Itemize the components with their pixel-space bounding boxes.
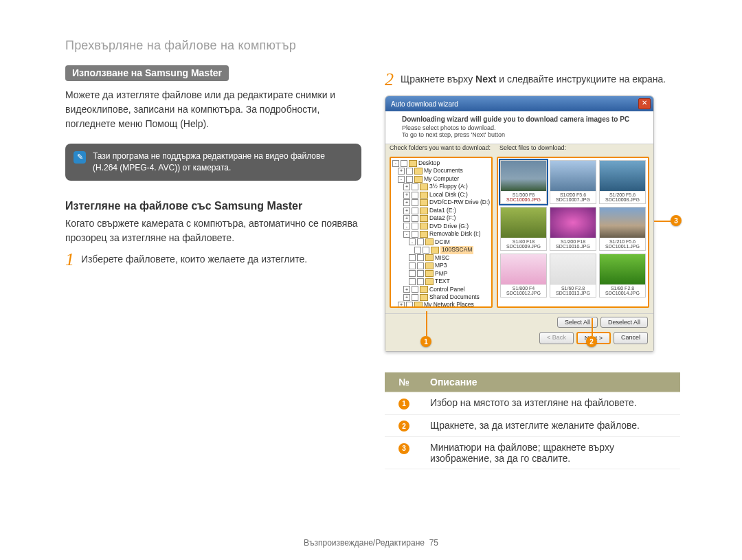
checkbox-icon[interactable] <box>406 168 413 175</box>
page-title: Прехвърляне на файлове на компютър <box>65 38 680 53</box>
checkbox-icon[interactable] <box>412 286 418 293</box>
checkbox-icon[interactable] <box>412 199 418 206</box>
expand-icon[interactable]: + <box>403 183 410 190</box>
thumbnail[interactable]: S1/200 F5.6SDC10007.JPG <box>550 160 596 204</box>
tree-item[interactable]: -DVD Drive (G:) <box>392 223 490 230</box>
checkbox-icon[interactable] <box>423 247 429 254</box>
tree-item[interactable]: MP3 <box>392 262 490 269</box>
tree-item[interactable]: +Data1 (E:) <box>392 207 490 214</box>
thumbnail[interactable]: S1/800 F4SDC10012.JPG <box>500 254 547 298</box>
thumbnail[interactable]: S1/300 F8SDC10006.JPG <box>500 160 547 204</box>
tree-item[interactable]: -DCIM <box>392 238 490 246</box>
expand-icon[interactable]: + <box>398 302 405 308</box>
tree-item[interactable]: MISC <box>392 254 490 262</box>
folder-icon <box>409 160 417 167</box>
cancel-button[interactable]: Cancel <box>614 332 648 344</box>
back-button[interactable]: < Back <box>539 332 574 344</box>
close-icon[interactable]: ✕ <box>638 98 651 109</box>
tree-item[interactable]: +Local Disk (C:) <box>392 191 490 199</box>
tree-item[interactable]: +DVD/CD-RW Drive (D:) <box>392 199 490 206</box>
tree-item[interactable]: +My Documents <box>392 167 490 175</box>
expand-icon[interactable]: - <box>403 231 410 238</box>
folder-tree[interactable]: -Desktop+My Documents-My Computer+3½ Flo… <box>390 157 493 308</box>
tree-item[interactable]: -Removable Disk (I:) <box>392 230 490 238</box>
note-icon: ✎ <box>74 151 86 164</box>
expand-icon[interactable]: + <box>403 294 410 301</box>
tree-item[interactable]: -Desktop <box>392 159 490 167</box>
thumbnail[interactable]: S1/200 F18SDC10010.JPG <box>550 207 596 251</box>
row-number-badge: 3 <box>398 443 409 454</box>
thumbnail[interactable]: S1/60 F2.8SDC10013.JPG <box>550 254 596 298</box>
expand-icon[interactable]: + <box>403 199 410 206</box>
checkbox-icon[interactable] <box>417 238 424 245</box>
table-row: 1Избор на мястото за изтегляне на файлов… <box>385 392 680 415</box>
expand-icon[interactable]: + <box>403 286 410 293</box>
tree-item-label: 100SSCAM <box>440 246 473 254</box>
checkbox-icon[interactable] <box>412 294 418 301</box>
deselect-all-button[interactable]: Deselect All <box>600 317 648 328</box>
checkbox-icon[interactable] <box>417 270 424 277</box>
folder-icon <box>420 208 428 214</box>
expand-icon[interactable] <box>409 270 416 277</box>
callout-2: 2 <box>586 336 597 347</box>
expand-icon[interactable]: - <box>398 176 405 183</box>
expand-icon[interactable] <box>414 247 421 254</box>
row-description: Щракнете, за да изтеглите желаните файло… <box>423 414 680 437</box>
tree-item[interactable]: +Shared Documents <box>392 293 490 301</box>
thumbnail[interactable]: S1/210 F5.6SDC10011.JPG <box>599 207 646 251</box>
thumbnail-meta: S1/60 F2.8SDC10013.JPG <box>550 285 596 297</box>
thumbnail-grid[interactable]: S1/300 F8SDC10006.JPGS1/200 F5.6SDC10007… <box>497 157 649 308</box>
thumbnail-meta: S1/300 F8SDC10006.JPG <box>501 192 546 203</box>
checkbox-icon[interactable] <box>412 223 418 229</box>
intro-paragraph: Можете да изтегляте файлове или да редак… <box>65 88 361 131</box>
tree-item[interactable]: +Data2 (F:) <box>392 214 490 222</box>
checkbox-icon[interactable] <box>417 262 424 269</box>
thumbnail-image <box>501 161 546 192</box>
thumbnail[interactable]: S1/200 F5.6SDC10008.JPG <box>599 160 646 204</box>
step-text: Щракнете върху Next и следвайте инструкц… <box>401 72 666 87</box>
callout-lead <box>592 318 593 336</box>
thumbnail-image <box>600 208 645 238</box>
page-footer: Възпроизвеждане/Редактиране 75 <box>0 538 742 548</box>
checkbox-icon[interactable] <box>406 176 413 183</box>
checkbox-icon[interactable] <box>412 183 418 190</box>
wizard-window: Auto download wizard ✕ Downloading wizar… <box>385 96 654 352</box>
expand-icon[interactable]: - <box>409 238 416 245</box>
callout-3: 3 <box>671 215 682 226</box>
expand-icon[interactable]: + <box>403 215 410 222</box>
expand-icon[interactable]: - <box>403 223 410 229</box>
checkbox-icon[interactable] <box>417 278 424 285</box>
step-2: 2 Щракнете върху Next и следвайте инстру… <box>385 72 680 89</box>
expand-icon[interactable] <box>409 278 416 285</box>
tree-item-label: Control Panel <box>429 286 465 293</box>
checkbox-icon[interactable] <box>412 231 418 238</box>
checkbox-icon[interactable] <box>406 302 413 308</box>
expand-icon[interactable]: - <box>392 160 399 167</box>
thumbnail[interactable]: S1/80 F2.8SDC10014.JPG <box>599 254 646 298</box>
expand-icon[interactable]: + <box>398 168 405 175</box>
expand-icon[interactable]: + <box>403 192 410 199</box>
checkbox-icon[interactable] <box>401 160 407 167</box>
note-box: ✎ Тази програма не поддържа редактиране … <box>65 144 361 181</box>
thumbnail[interactable]: S1/40 F18SDC10009.JPG <box>500 207 547 251</box>
tree-item[interactable]: 100SSCAM <box>392 246 490 254</box>
expand-icon[interactable] <box>409 254 416 261</box>
thumbnail-image <box>501 254 546 285</box>
table-header-num: № <box>385 372 423 392</box>
step-number: 1 <box>65 251 74 269</box>
expand-icon[interactable] <box>409 262 416 269</box>
checkbox-icon[interactable] <box>412 208 418 214</box>
thumbnail-image <box>550 254 596 285</box>
sub-heading: Изтегляне на файлове със Samsung Master <box>65 200 361 212</box>
checkbox-icon[interactable] <box>412 192 418 199</box>
tree-item-label: DVD Drive (G:) <box>429 223 469 230</box>
tree-item[interactable]: -My Computer <box>392 175 490 183</box>
expand-icon[interactable]: + <box>403 208 410 214</box>
tree-item[interactable]: TEXT <box>392 278 490 285</box>
tree-item[interactable]: +3½ Floppy (A:) <box>392 183 490 190</box>
checkbox-icon[interactable] <box>412 215 418 222</box>
tree-item[interactable]: PMP <box>392 270 490 278</box>
tree-item[interactable]: +My Network Places <box>392 301 490 308</box>
checkbox-icon[interactable] <box>417 254 424 261</box>
tree-item[interactable]: +Control Panel <box>392 286 490 293</box>
